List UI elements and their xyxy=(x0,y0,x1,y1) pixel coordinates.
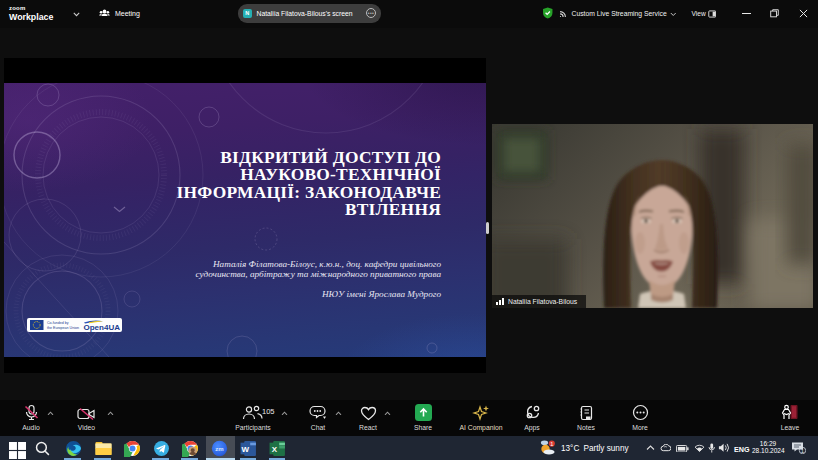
svg-text:Open4UA: Open4UA xyxy=(83,322,120,331)
svg-text:W: W xyxy=(242,445,250,454)
svg-text:X: X xyxy=(272,445,278,454)
svg-text:Co-funded by: Co-funded by xyxy=(47,321,69,325)
svg-text:1: 1 xyxy=(550,441,553,447)
svg-text:the European Union: the European Union xyxy=(47,325,79,329)
svg-text:zm: zm xyxy=(215,445,223,451)
svg-text:105: 105 xyxy=(262,407,275,416)
